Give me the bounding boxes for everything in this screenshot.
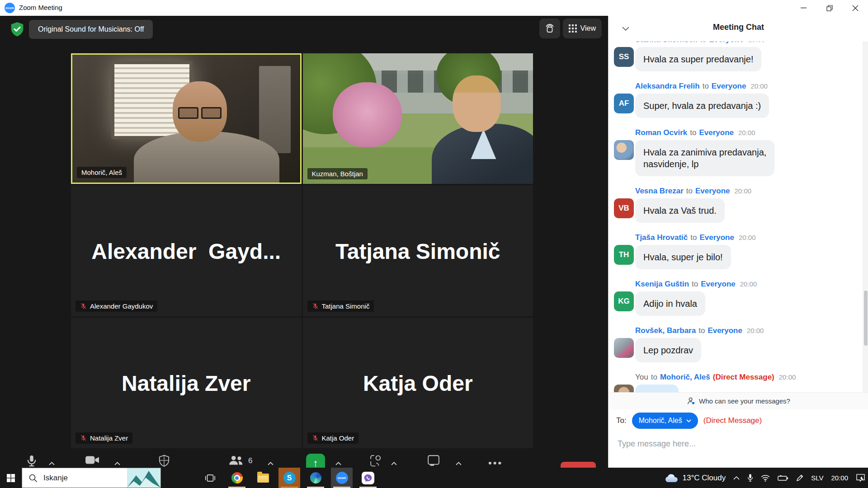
- clock[interactable]: 20:00: [831, 474, 848, 482]
- privacy-note[interactable]: Who can see your messages?: [609, 392, 868, 409]
- video-grid: Mohorič, Aleš Kuzman, Boštjan Alexander …: [71, 53, 533, 448]
- message-bubble: Hvala za zanimiva predavanja, nasvidenje…: [635, 140, 774, 176]
- sender-name: Rovšek, Barbara: [635, 326, 696, 335]
- apps-chevron-icon[interactable]: [456, 459, 462, 467]
- minimize-button[interactable]: [791, 0, 816, 16]
- taskbar-search[interactable]: Iskanje: [22, 468, 161, 488]
- video-tile-kuzman[interactable]: Kuzman, Boštjan: [303, 53, 533, 184]
- taskbar-item-edge[interactable]: [305, 468, 326, 488]
- chat-title: Meeting Chat: [609, 23, 868, 32]
- restore-button[interactable]: [816, 0, 842, 16]
- chat-message-list[interactable]: SS Sabina Skornšek to Everyone 19:59 Hva…: [614, 42, 855, 392]
- view-button[interactable]: View: [563, 19, 602, 38]
- participants-button[interactable]: [228, 455, 244, 466]
- leave-button[interactable]: [561, 462, 596, 468]
- apps-button[interactable]: [427, 455, 440, 466]
- sender-name: You: [635, 373, 648, 382]
- message-bubble: Hvala, super je bilo!: [635, 245, 731, 269]
- chat-scrollbar-thumb[interactable]: [864, 291, 868, 346]
- search-placeholder: Iskanje: [43, 474, 68, 483]
- grid-view-icon: [569, 24, 577, 33]
- mute-options-chevron-icon[interactable]: [49, 459, 55, 467]
- weather-widget[interactable]: 13°C Cloudy: [665, 474, 726, 483]
- message-time: 19:59: [748, 42, 765, 43]
- meeting-toolbar: 6 ↑ •••: [0, 454, 608, 468]
- tray-pen-icon[interactable]: [796, 474, 803, 482]
- muted-mic-icon: [312, 303, 319, 310]
- sender-name: Ksenija Guštin: [635, 280, 689, 289]
- video-button[interactable]: [85, 455, 99, 465]
- record-button[interactable]: [370, 455, 382, 467]
- taskbar-item-skype[interactable]: S: [278, 468, 300, 488]
- participant-name-tag: Alexander Gaydukov: [75, 300, 157, 312]
- participants-chevron-icon[interactable]: [268, 459, 274, 467]
- direct-message-label: (Direct Message): [713, 373, 774, 382]
- video-tile-simonic[interactable]: Tatjana Simonič Tatjana Simonič: [303, 185, 533, 316]
- video-tile-oder[interactable]: Katja Oder Katja Oder: [303, 318, 533, 448]
- more-button[interactable]: •••: [488, 457, 503, 468]
- recipient-name: Everyone: [701, 280, 736, 289]
- tray-chevron-up-icon[interactable]: [733, 476, 740, 480]
- sender-name: Sabina Skornšek: [635, 42, 697, 44]
- message-bubble: [635, 385, 679, 392]
- share-screen-button[interactable]: ↑: [306, 454, 325, 468]
- taskbar-item-explorer[interactable]: [252, 468, 274, 488]
- meeting-info-shield-icon[interactable]: [10, 21, 24, 38]
- to-label: To:: [616, 416, 627, 425]
- direct-message-note: (Direct Message): [703, 416, 762, 425]
- participant-video: [303, 53, 533, 184]
- recipient-selector[interactable]: Mohorič, Aleš: [632, 413, 698, 429]
- notification-center-icon[interactable]: [856, 474, 865, 482]
- recipient-name: Everyone: [708, 326, 742, 335]
- original-sound-button[interactable]: Original Sound for Musicians: Off: [29, 20, 153, 39]
- avatar: [614, 338, 634, 358]
- sender-name: Aleksandra Frelih: [635, 82, 700, 91]
- video-tile-gaydukov[interactable]: Alexander Gayd... Alexander Gaydukov: [71, 185, 302, 316]
- start-button[interactable]: [0, 468, 22, 488]
- participant-big-name: Natalija Zver: [71, 371, 302, 396]
- tray-wifi-icon[interactable]: [761, 474, 770, 482]
- video-tile-zver[interactable]: Natalija Zver Natalija Zver: [71, 318, 302, 448]
- tray-battery-icon[interactable]: [778, 475, 788, 481]
- system-tray: 13°C Cloudy SLV 20:00: [665, 468, 865, 488]
- chat-message: AF Aleksandra Frelih to Everyone 20:00 S…: [614, 82, 855, 118]
- taskbar-item-viber[interactable]: [357, 468, 379, 488]
- video-options-chevron-icon[interactable]: [114, 459, 120, 467]
- chat-message-input[interactable]: [617, 439, 854, 449]
- task-view-icon: [205, 473, 216, 483]
- chat-message: TH Tjaša Hrovatič to Everyone 20:00 Hval…: [614, 233, 855, 269]
- participant-name-tag: Natalija Zver: [75, 432, 132, 444]
- taskbar-item-zoom[interactable]: zoom: [331, 468, 353, 488]
- window-titlebar: zoom Zoom Meeting: [0, 0, 868, 16]
- privacy-person-icon: [687, 397, 695, 405]
- original-sound-label: Original Sound for Musicians: Off: [38, 25, 144, 33]
- task-view-button[interactable]: [199, 468, 221, 488]
- participant-video: [72, 55, 300, 183]
- message-bubble: Adijo in hvala: [635, 291, 705, 316]
- participant-name-tag: Mohorič, Aleš: [77, 167, 127, 178]
- recipient-name: Everyone: [709, 42, 744, 44]
- tray-mic-icon[interactable]: [747, 474, 753, 482]
- video-tile-mohoric[interactable]: Mohorič, Aleš: [71, 53, 302, 184]
- mute-button[interactable]: [26, 455, 38, 468]
- avatar: SS: [614, 47, 634, 67]
- zoom-app-icon: zoom: [5, 3, 15, 13]
- weather-text: 13°C Cloudy: [683, 474, 726, 483]
- share-options-chevron-icon[interactable]: [335, 459, 341, 467]
- meeting-chat-panel: Meeting Chat SS Sabina Skornšek to Every…: [608, 16, 868, 468]
- participant-name-tag: Kuzman, Boštjan: [307, 168, 368, 179]
- avatar: KG: [614, 291, 634, 311]
- message-time: 20:00: [735, 187, 752, 195]
- record-chevron-icon[interactable]: [391, 459, 397, 467]
- taskbar-item-chrome[interactable]: [226, 468, 248, 488]
- avatar: VB: [614, 198, 634, 218]
- sender-name: Roman Ocvirk: [635, 128, 687, 137]
- security-button[interactable]: [158, 455, 170, 467]
- cast-to-device-button[interactable]: [539, 19, 560, 38]
- muted-mic-icon: [80, 435, 87, 441]
- chat-message: KG Ksenija Guštin to Everyone 20:00 Adij…: [614, 280, 855, 316]
- participant-name-tag: Tatjana Simonič: [307, 300, 374, 312]
- language-indicator[interactable]: SLV: [811, 474, 823, 482]
- close-icon[interactable]: [842, 0, 868, 16]
- message-time: 20:00: [739, 234, 756, 241]
